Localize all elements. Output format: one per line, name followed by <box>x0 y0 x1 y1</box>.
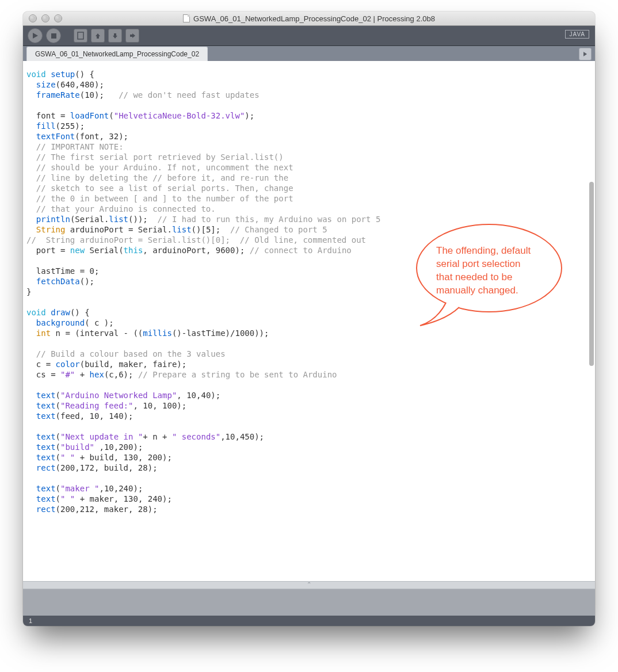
svg-rect-1 <box>51 33 56 39</box>
export-app-button[interactable] <box>125 29 139 43</box>
document-icon <box>183 14 190 22</box>
tab-menu-button[interactable] <box>579 48 592 60</box>
svg-marker-0 <box>33 33 38 39</box>
window-title: GSWA_06_01_NetworkedLamp_ProcessingCode_… <box>193 14 435 23</box>
stop-button[interactable] <box>46 28 61 43</box>
chevron-right-icon <box>582 51 588 57</box>
editor-area: void setup() { size(640,480); frameRate(… <box>23 61 595 581</box>
minimize-window-button[interactable] <box>41 14 49 22</box>
close-window-button[interactable] <box>29 14 37 22</box>
code-editor[interactable]: void setup() { size(640,480); frameRate(… <box>23 61 587 581</box>
save-sketch-button[interactable] <box>108 29 122 43</box>
svg-rect-2 <box>78 32 83 39</box>
new-sketch-button[interactable] <box>74 29 87 43</box>
status-bar: 1 <box>23 616 595 626</box>
mode-selector[interactable]: JAVA <box>565 30 589 39</box>
source-code: void setup() { size(640,480); frameRate(… <box>26 69 583 514</box>
arrow-right-icon <box>129 32 136 39</box>
open-sketch-button[interactable] <box>91 29 105 43</box>
zoom-window-button[interactable] <box>54 14 62 22</box>
arrow-up-icon <box>94 32 101 39</box>
new-file-icon <box>77 32 84 40</box>
tab-strip: GSWA_06_01_NetworkedLamp_ProcessingCode_… <box>23 46 595 61</box>
app-window: GSWA_06_01_NetworkedLamp_ProcessingCode_… <box>23 12 595 626</box>
scrollbar-thumb[interactable] <box>589 182 594 366</box>
play-icon <box>32 33 38 39</box>
toolbar: JAVA <box>23 26 595 46</box>
window-controls <box>29 14 62 22</box>
stop-icon <box>51 33 56 39</box>
vertical-scrollbar[interactable] <box>587 61 595 581</box>
console-output[interactable] <box>23 589 595 616</box>
title-bar: GSWA_06_01_NetworkedLamp_ProcessingCode_… <box>23 12 595 26</box>
svg-marker-3 <box>583 52 587 56</box>
line-number-indicator: 1 <box>29 617 32 624</box>
arrow-down-icon <box>112 32 119 39</box>
sketch-tab-active[interactable]: GSWA_06_01_NetworkedLamp_ProcessingCode_… <box>26 47 208 61</box>
run-button[interactable] <box>28 28 43 43</box>
pane-divider[interactable]: ⌃ <box>23 581 595 589</box>
